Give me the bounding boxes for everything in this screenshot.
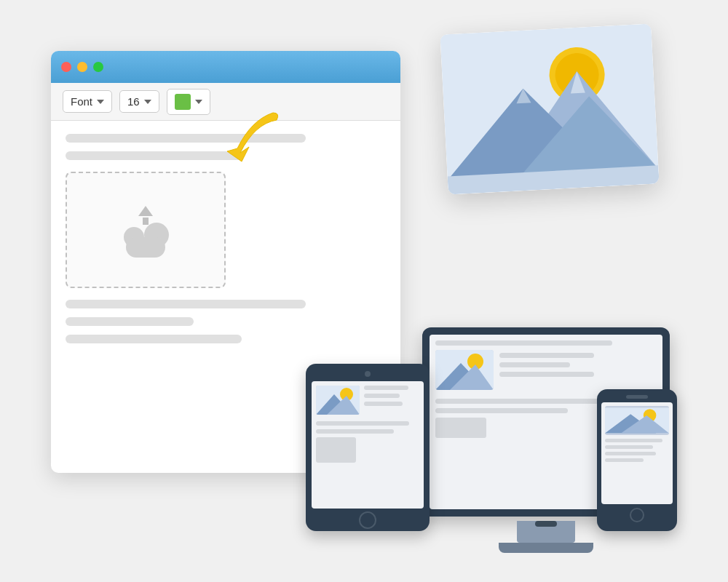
monitor-stand <box>517 521 575 543</box>
floating-image-card <box>440 24 659 195</box>
cloud-stem <box>143 218 149 225</box>
scene: Font 16 <box>36 29 692 553</box>
phone-wrapper <box>597 389 677 531</box>
tablet-camera <box>365 371 371 377</box>
monitor-content-row <box>435 350 657 394</box>
tablet-screen <box>312 381 424 509</box>
maximize-button[interactable] <box>93 62 103 72</box>
content-line-3 <box>66 300 306 308</box>
close-button[interactable] <box>61 62 71 72</box>
tablet-wrapper <box>306 364 430 531</box>
monitor-mini-image <box>435 350 494 390</box>
phone-mini-image <box>605 406 669 435</box>
tablet-home-button[interactable] <box>359 511 376 529</box>
cloud-arrow-up <box>138 206 153 216</box>
drag-arrow <box>211 109 284 170</box>
cloud-base <box>126 237 165 258</box>
tablet-line-5 <box>316 429 394 434</box>
cloud-body <box>120 225 171 258</box>
tablet-line-3 <box>364 402 403 406</box>
font-label: Font <box>71 95 92 108</box>
phone-line-2 <box>605 445 653 449</box>
tablet-line-1 <box>364 386 408 390</box>
content-line-4 <box>66 317 194 326</box>
minimize-button[interactable] <box>77 62 87 72</box>
monitor-line-2 <box>499 353 594 358</box>
tablet-content-row <box>316 386 419 418</box>
tablet-text-area <box>364 386 419 410</box>
color-swatch <box>175 94 191 110</box>
phone-line-1 <box>605 439 662 442</box>
phone-screen <box>601 402 673 504</box>
phone-device <box>597 389 677 531</box>
font-dropdown[interactable]: Font <box>63 90 112 113</box>
tablet-line-4 <box>316 421 409 426</box>
content-line-5 <box>66 335 242 343</box>
phone-speaker <box>626 395 648 399</box>
browser-titlebar <box>51 51 400 83</box>
monitor-line-3 <box>499 362 570 367</box>
monitor-line-6 <box>435 408 568 413</box>
upload-cloud-icon <box>120 203 171 258</box>
tablet-content-block <box>316 437 356 463</box>
size-dropdown-arrow <box>144 100 151 104</box>
tablet-line-2 <box>364 394 400 398</box>
phone-line-4 <box>605 458 644 462</box>
monitor-line-5 <box>435 399 612 404</box>
size-label: 16 <box>127 95 140 108</box>
tablet-mini-image <box>316 386 360 415</box>
phone-home-button[interactable] <box>630 508 644 522</box>
monitor-base <box>499 543 593 553</box>
tablet-device <box>306 364 430 531</box>
monitor-line-1 <box>435 340 612 346</box>
monitor-button-block <box>435 418 486 438</box>
monitor-text-lines <box>499 350 657 381</box>
upload-area[interactable] <box>66 172 226 288</box>
color-dropdown-arrow <box>195 100 202 104</box>
font-dropdown-arrow <box>97 100 104 104</box>
color-dropdown[interactable] <box>167 89 210 115</box>
image-card-inner <box>440 24 659 195</box>
monitor-line-4 <box>499 372 594 377</box>
phone-line-3 <box>605 452 656 455</box>
monitor-stand-notch <box>535 521 557 527</box>
size-dropdown[interactable]: 16 <box>119 90 159 113</box>
